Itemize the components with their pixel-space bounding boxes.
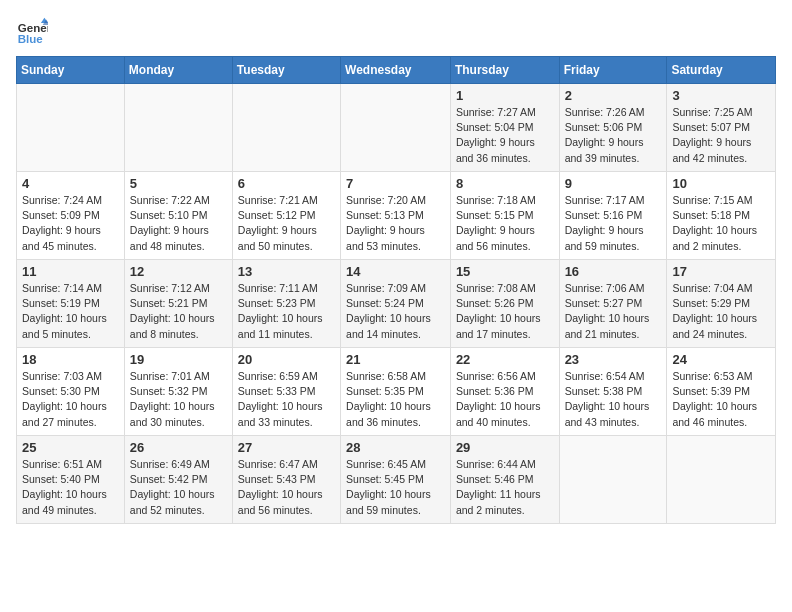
calendar-week-row: 11Sunrise: 7:14 AM Sunset: 5:19 PM Dayli…: [17, 260, 776, 348]
calendar-cell: [667, 436, 776, 524]
day-number: 1: [456, 88, 554, 103]
calendar-cell: 1Sunrise: 7:27 AM Sunset: 5:04 PM Daylig…: [450, 84, 559, 172]
calendar-cell: 29Sunrise: 6:44 AM Sunset: 5:46 PM Dayli…: [450, 436, 559, 524]
day-number: 23: [565, 352, 662, 367]
calendar-cell: 28Sunrise: 6:45 AM Sunset: 5:45 PM Dayli…: [341, 436, 451, 524]
calendar-cell: [124, 84, 232, 172]
calendar-cell: 10Sunrise: 7:15 AM Sunset: 5:18 PM Dayli…: [667, 172, 776, 260]
day-number: 25: [22, 440, 119, 455]
day-info: Sunrise: 6:58 AM Sunset: 5:35 PM Dayligh…: [346, 369, 445, 430]
calendar-cell: 9Sunrise: 7:17 AM Sunset: 5:16 PM Daylig…: [559, 172, 667, 260]
day-info: Sunrise: 7:11 AM Sunset: 5:23 PM Dayligh…: [238, 281, 335, 342]
day-info: Sunrise: 7:26 AM Sunset: 5:06 PM Dayligh…: [565, 105, 662, 166]
day-number: 13: [238, 264, 335, 279]
calendar-cell: 21Sunrise: 6:58 AM Sunset: 5:35 PM Dayli…: [341, 348, 451, 436]
calendar-cell: 8Sunrise: 7:18 AM Sunset: 5:15 PM Daylig…: [450, 172, 559, 260]
day-info: Sunrise: 6:47 AM Sunset: 5:43 PM Dayligh…: [238, 457, 335, 518]
calendar-cell: 12Sunrise: 7:12 AM Sunset: 5:21 PM Dayli…: [124, 260, 232, 348]
day-number: 9: [565, 176, 662, 191]
day-number: 7: [346, 176, 445, 191]
calendar-cell: 24Sunrise: 6:53 AM Sunset: 5:39 PM Dayli…: [667, 348, 776, 436]
calendar-week-row: 18Sunrise: 7:03 AM Sunset: 5:30 PM Dayli…: [17, 348, 776, 436]
day-info: Sunrise: 7:22 AM Sunset: 5:10 PM Dayligh…: [130, 193, 227, 254]
weekday-header: Sunday: [17, 57, 125, 84]
calendar-week-row: 25Sunrise: 6:51 AM Sunset: 5:40 PM Dayli…: [17, 436, 776, 524]
day-number: 26: [130, 440, 227, 455]
calendar-cell: 22Sunrise: 6:56 AM Sunset: 5:36 PM Dayli…: [450, 348, 559, 436]
calendar-cell: 14Sunrise: 7:09 AM Sunset: 5:24 PM Dayli…: [341, 260, 451, 348]
day-number: 5: [130, 176, 227, 191]
day-info: Sunrise: 7:12 AM Sunset: 5:21 PM Dayligh…: [130, 281, 227, 342]
day-info: Sunrise: 6:45 AM Sunset: 5:45 PM Dayligh…: [346, 457, 445, 518]
day-info: Sunrise: 7:09 AM Sunset: 5:24 PM Dayligh…: [346, 281, 445, 342]
calendar-cell: 15Sunrise: 7:08 AM Sunset: 5:26 PM Dayli…: [450, 260, 559, 348]
calendar-week-row: 4Sunrise: 7:24 AM Sunset: 5:09 PM Daylig…: [17, 172, 776, 260]
calendar-table: SundayMondayTuesdayWednesdayThursdayFrid…: [16, 56, 776, 524]
day-info: Sunrise: 7:08 AM Sunset: 5:26 PM Dayligh…: [456, 281, 554, 342]
day-number: 24: [672, 352, 770, 367]
day-number: 2: [565, 88, 662, 103]
day-number: 29: [456, 440, 554, 455]
day-number: 20: [238, 352, 335, 367]
calendar-cell: 3Sunrise: 7:25 AM Sunset: 5:07 PM Daylig…: [667, 84, 776, 172]
day-number: 12: [130, 264, 227, 279]
calendar-cell: 20Sunrise: 6:59 AM Sunset: 5:33 PM Dayli…: [232, 348, 340, 436]
day-number: 10: [672, 176, 770, 191]
day-info: Sunrise: 7:18 AM Sunset: 5:15 PM Dayligh…: [456, 193, 554, 254]
day-info: Sunrise: 7:01 AM Sunset: 5:32 PM Dayligh…: [130, 369, 227, 430]
calendar-cell: 25Sunrise: 6:51 AM Sunset: 5:40 PM Dayli…: [17, 436, 125, 524]
day-info: Sunrise: 7:21 AM Sunset: 5:12 PM Dayligh…: [238, 193, 335, 254]
calendar-cell: 16Sunrise: 7:06 AM Sunset: 5:27 PM Dayli…: [559, 260, 667, 348]
day-info: Sunrise: 6:54 AM Sunset: 5:38 PM Dayligh…: [565, 369, 662, 430]
calendar-cell: 27Sunrise: 6:47 AM Sunset: 5:43 PM Dayli…: [232, 436, 340, 524]
day-info: Sunrise: 7:25 AM Sunset: 5:07 PM Dayligh…: [672, 105, 770, 166]
day-number: 6: [238, 176, 335, 191]
day-number: 11: [22, 264, 119, 279]
calendar-cell: [17, 84, 125, 172]
day-info: Sunrise: 7:03 AM Sunset: 5:30 PM Dayligh…: [22, 369, 119, 430]
day-info: Sunrise: 6:56 AM Sunset: 5:36 PM Dayligh…: [456, 369, 554, 430]
logo-icon: General Blue: [16, 16, 48, 48]
calendar-cell: 19Sunrise: 7:01 AM Sunset: 5:32 PM Dayli…: [124, 348, 232, 436]
day-number: 18: [22, 352, 119, 367]
calendar-cell: 23Sunrise: 6:54 AM Sunset: 5:38 PM Dayli…: [559, 348, 667, 436]
calendar-cell: 4Sunrise: 7:24 AM Sunset: 5:09 PM Daylig…: [17, 172, 125, 260]
day-number: 3: [672, 88, 770, 103]
calendar-cell: 7Sunrise: 7:20 AM Sunset: 5:13 PM Daylig…: [341, 172, 451, 260]
calendar-cell: 17Sunrise: 7:04 AM Sunset: 5:29 PM Dayli…: [667, 260, 776, 348]
day-info: Sunrise: 6:59 AM Sunset: 5:33 PM Dayligh…: [238, 369, 335, 430]
day-info: Sunrise: 6:49 AM Sunset: 5:42 PM Dayligh…: [130, 457, 227, 518]
calendar-cell: [341, 84, 451, 172]
day-number: 21: [346, 352, 445, 367]
calendar-cell: 26Sunrise: 6:49 AM Sunset: 5:42 PM Dayli…: [124, 436, 232, 524]
day-info: Sunrise: 7:20 AM Sunset: 5:13 PM Dayligh…: [346, 193, 445, 254]
calendar-cell: 11Sunrise: 7:14 AM Sunset: 5:19 PM Dayli…: [17, 260, 125, 348]
weekday-header: Monday: [124, 57, 232, 84]
day-number: 19: [130, 352, 227, 367]
calendar-cell: [559, 436, 667, 524]
svg-text:Blue: Blue: [18, 33, 44, 45]
calendar-cell: [232, 84, 340, 172]
day-number: 15: [456, 264, 554, 279]
weekday-header: Thursday: [450, 57, 559, 84]
day-info: Sunrise: 7:24 AM Sunset: 5:09 PM Dayligh…: [22, 193, 119, 254]
day-info: Sunrise: 7:15 AM Sunset: 5:18 PM Dayligh…: [672, 193, 770, 254]
day-info: Sunrise: 6:44 AM Sunset: 5:46 PM Dayligh…: [456, 457, 554, 518]
day-info: Sunrise: 7:14 AM Sunset: 5:19 PM Dayligh…: [22, 281, 119, 342]
day-number: 4: [22, 176, 119, 191]
page-header: General Blue: [16, 16, 776, 48]
day-info: Sunrise: 7:27 AM Sunset: 5:04 PM Dayligh…: [456, 105, 554, 166]
calendar-cell: 18Sunrise: 7:03 AM Sunset: 5:30 PM Dayli…: [17, 348, 125, 436]
weekday-header: Wednesday: [341, 57, 451, 84]
weekday-header: Friday: [559, 57, 667, 84]
logo: General Blue: [16, 16, 48, 48]
day-number: 27: [238, 440, 335, 455]
day-info: Sunrise: 6:51 AM Sunset: 5:40 PM Dayligh…: [22, 457, 119, 518]
day-info: Sunrise: 7:04 AM Sunset: 5:29 PM Dayligh…: [672, 281, 770, 342]
day-number: 17: [672, 264, 770, 279]
day-number: 8: [456, 176, 554, 191]
day-number: 14: [346, 264, 445, 279]
day-info: Sunrise: 7:06 AM Sunset: 5:27 PM Dayligh…: [565, 281, 662, 342]
calendar-cell: 2Sunrise: 7:26 AM Sunset: 5:06 PM Daylig…: [559, 84, 667, 172]
day-info: Sunrise: 6:53 AM Sunset: 5:39 PM Dayligh…: [672, 369, 770, 430]
